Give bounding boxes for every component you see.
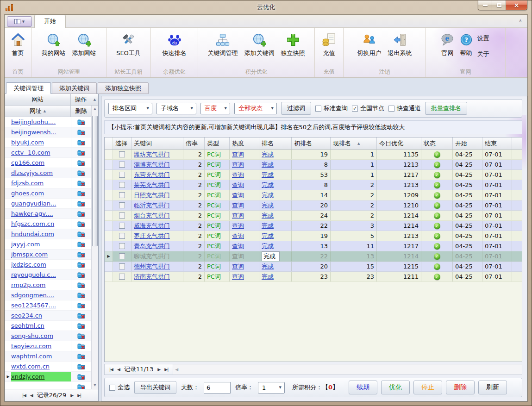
site-link[interactable]: seo234.cn xyxy=(11,312,42,319)
col-header[interactable]: 倍率 xyxy=(183,137,205,149)
cell-link[interactable]: 查询 xyxy=(232,181,244,189)
col-header-site[interactable]: 网站 xyxy=(5,94,71,106)
delete-site-icon[interactable] xyxy=(71,290,91,300)
filter-dropdown[interactable]: 百度▼ xyxy=(200,103,230,114)
site-link[interactable]: jayyj.com xyxy=(11,241,40,248)
delete-site-icon[interactable] xyxy=(71,270,91,280)
cell-link[interactable]: 完成 xyxy=(262,150,274,159)
maximize-button-icon[interactable] xyxy=(492,0,506,10)
row-checkbox[interactable] xyxy=(119,192,125,198)
site-link[interactable]: beijingluohu.... xyxy=(11,119,56,125)
delete-site-icon[interactable] xyxy=(71,300,91,310)
col-header[interactable]: 结束 xyxy=(482,137,512,149)
cell-link[interactable]: 莱芜充气拱门 xyxy=(134,181,170,189)
delete-site-icon[interactable] xyxy=(71,260,91,269)
ribbon-button[interactable]: 添加关键词 xyxy=(241,30,278,58)
row-checkbox[interactable] xyxy=(119,162,125,168)
site-link[interactable]: taoyiezu.com xyxy=(11,343,51,350)
cell-link[interactable]: 查询 xyxy=(232,273,244,281)
cell-link[interactable]: 查询 xyxy=(232,262,244,271)
delete-site-icon[interactable] xyxy=(71,178,91,188)
col-header[interactable]: 类型 xyxy=(205,137,230,149)
collapse-ribbon-icon[interactable]: ∧ xyxy=(516,17,525,25)
row-checkbox[interactable] xyxy=(119,233,125,239)
ribbon-button[interactable]: 添加网站 xyxy=(69,30,100,58)
col-header[interactable]: 选择 xyxy=(113,137,131,149)
site-link[interactable]: reyouguolu.c... xyxy=(11,271,56,278)
col-header[interactable]: 今日优化 xyxy=(377,137,421,149)
cell-link[interactable]: 济南充气拱门 xyxy=(134,273,170,281)
row-checkbox[interactable] xyxy=(119,243,125,249)
ribbon-button[interactable]: 首页 xyxy=(9,30,27,58)
filter-checkbox[interactable]: 快查通道 xyxy=(388,104,421,112)
stop-button[interactable]: 停止 xyxy=(413,381,442,394)
cell-link[interactable]: 聊城充气拱门 xyxy=(134,252,170,261)
ribbon-button[interactable]: du快速排名 xyxy=(159,30,190,58)
site-link[interactable]: ghoes.com xyxy=(11,190,44,197)
checkbox-icon[interactable] xyxy=(315,106,321,112)
ribbon-small-button[interactable]: 设置 xyxy=(477,34,489,43)
site-link[interactable]: song-shu.com xyxy=(11,332,53,339)
col-header[interactable]: 初排名 xyxy=(292,137,331,149)
cell-link[interactable]: 查询 xyxy=(232,161,244,169)
cell-link[interactable]: 完成 xyxy=(262,222,274,230)
export-keywords-button[interactable]: 导出关键词 xyxy=(134,381,176,394)
delete-site-icon[interactable] xyxy=(71,168,91,178)
cell-link[interactable]: 完成 xyxy=(262,212,274,220)
cell-link[interactable]: 潍坊充气拱门 xyxy=(134,150,170,159)
col-header[interactable]: 现排名▲ xyxy=(331,137,377,149)
delete-site-icon[interactable] xyxy=(71,117,91,127)
cell-link[interactable]: 完成 xyxy=(262,242,274,250)
ribbon-button[interactable]: e官网 xyxy=(438,30,457,58)
pager-prev-icon[interactable]: ◀ xyxy=(117,367,120,372)
scroll-left-icon[interactable]: ◀ xyxy=(175,367,178,372)
site-link[interactable]: fdjzsb.com xyxy=(11,180,44,187)
ribbon-button[interactable]: 独立快照 xyxy=(278,30,308,58)
site-link[interactable]: sdgongmen.... xyxy=(11,292,54,299)
col-header-action[interactable]: 操作 xyxy=(71,94,91,106)
app-menu-button[interactable]: ▼ xyxy=(7,16,32,27)
site-link[interactable]: hfgszc.com.cn xyxy=(11,220,54,227)
filter-checkbox[interactable]: 标准查询 xyxy=(315,104,348,112)
delete-site-icon[interactable] xyxy=(71,239,91,249)
site-link[interactable]: rmp2p.com xyxy=(11,281,45,288)
ribbon-button[interactable]: ?帮助 xyxy=(457,30,476,58)
refresh-button[interactable]: 刷新 xyxy=(478,381,507,394)
delete-site-icon[interactable] xyxy=(71,148,91,157)
cell-link[interactable]: 日照充气拱门 xyxy=(134,191,170,200)
delete-site-icon[interactable] xyxy=(71,137,91,147)
delete-site-icon[interactable] xyxy=(71,188,91,198)
pager-prev-icon[interactable]: ◀ xyxy=(30,393,33,398)
delete-site-icon[interactable] xyxy=(71,158,91,168)
close-button-icon[interactable]: × xyxy=(506,0,527,10)
pager-next-icon[interactable]: ▶ xyxy=(70,393,73,398)
rate-select[interactable]: 1 ▼ xyxy=(258,382,285,394)
delete-site-icon[interactable] xyxy=(71,382,91,389)
pager-last-icon[interactable]: ▶| xyxy=(77,393,81,398)
checkbox-icon[interactable]: ✓ xyxy=(352,106,358,112)
pager-next-icon[interactable]: ▶ xyxy=(157,367,160,372)
pager-last-icon[interactable]: ▶| xyxy=(164,367,168,372)
ribbon-button[interactable]: 关键词管理 xyxy=(205,30,241,58)
row-checkbox[interactable] xyxy=(119,253,125,259)
cell-link[interactable]: 完成 xyxy=(262,161,274,169)
filter-dropdown[interactable]: 子域名▼ xyxy=(156,103,196,114)
delete-site-icon[interactable] xyxy=(71,229,91,239)
delete-site-icon[interactable] xyxy=(71,199,91,208)
col-header-url[interactable]: 网址 ▲ xyxy=(5,106,71,117)
cell-link[interactable]: 完成 xyxy=(262,262,274,271)
cell-link[interactable]: 完成 xyxy=(262,181,274,189)
cell-link[interactable]: 德州充气拱门 xyxy=(134,262,170,271)
cell-link[interactable]: 完成 xyxy=(262,251,280,261)
delete-site-icon[interactable] xyxy=(71,209,91,219)
cell-link[interactable]: 查询 xyxy=(232,212,244,220)
ribbon-button[interactable]: 切换用户 xyxy=(354,30,385,58)
row-checkbox[interactable] xyxy=(119,223,125,229)
tab-keyword-manage[interactable]: 关键词管理 xyxy=(6,82,51,94)
tab-add-keyword[interactable]: 添加关键词 xyxy=(52,82,97,94)
delete-site-icon[interactable] xyxy=(71,280,91,290)
checkbox-icon[interactable] xyxy=(109,385,115,391)
site-link[interactable]: hawker-agv.... xyxy=(11,210,53,217)
delete-site-icon[interactable] xyxy=(71,331,91,341)
scroll-down-icon[interactable]: ▼ xyxy=(92,382,98,389)
